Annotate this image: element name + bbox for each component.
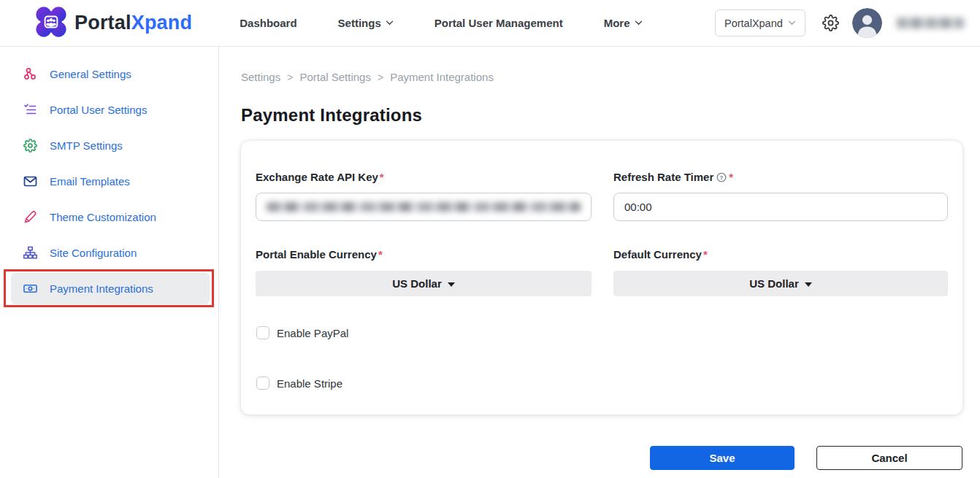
- breadcrumb-separator: >: [287, 72, 293, 83]
- settings-gear-icon[interactable]: [822, 15, 839, 32]
- default-currency-label: Default Currency*: [613, 248, 948, 261]
- caret-down-icon: [448, 282, 455, 287]
- sidebar-item-label: Theme Customization: [50, 211, 156, 223]
- enable-stripe-row: Enable Stripe: [256, 377, 948, 390]
- api-key-value-redacted: [267, 202, 581, 212]
- enable-paypal-checkbox[interactable]: [256, 326, 269, 339]
- exchange-rate-api-key-label: Exchange Rate API Key*: [256, 171, 592, 183]
- payment-integrations-card: Exchange Rate API Key* Refresh Rate Time…: [241, 141, 962, 415]
- nav-portal-user-management[interactable]: Portal User Management: [435, 17, 563, 29]
- chevron-down-icon: [788, 20, 796, 26]
- svg-text:?: ?: [720, 174, 724, 180]
- sidebar-item-label: SMTP Settings: [50, 139, 123, 152]
- app-window: PortalXpand Dashboard Settings Portal Us…: [0, 0, 980, 478]
- refresh-rate-timer-input[interactable]: 00:00: [613, 193, 948, 221]
- enable-stripe-checkbox[interactable]: [256, 377, 269, 390]
- top-navbar: PortalXpand Dashboard Settings Portal Us…: [0, 0, 980, 47]
- pen-icon: [23, 210, 37, 224]
- breadcrumb-separator: >: [378, 72, 383, 83]
- breadcrumb-payment-integrations[interactable]: Payment Integrations: [390, 71, 494, 83]
- refresh-rate-timer-label: Refresh Rate Timer ? *: [613, 171, 948, 183]
- sidebar-item-payment-integrations[interactable]: Payment Integrations: [11, 273, 210, 304]
- brand-logo-icon: [35, 6, 67, 41]
- sidebar-item-label: Payment Integrations: [50, 282, 153, 295]
- breadcrumb-portal-settings[interactable]: Portal Settings: [299, 71, 371, 83]
- sidebar-item-label: Site Configuration: [50, 247, 137, 259]
- brand-name: PortalXpand: [74, 12, 192, 34]
- sidebar-item-site-configuration[interactable]: Site Configuration: [0, 235, 218, 271]
- default-currency-dropdown[interactable]: US Dollar: [613, 271, 948, 296]
- sidebar-item-smtp-settings[interactable]: SMTP Settings: [0, 128, 218, 163]
- sidebar-item-label: Email Templates: [50, 175, 130, 188]
- page-title: Payment Integrations: [241, 105, 962, 126]
- nav-settings[interactable]: Settings: [338, 17, 394, 29]
- save-button[interactable]: Save: [650, 446, 795, 470]
- sidebar-item-general-settings[interactable]: General Settings: [0, 56, 218, 92]
- sitemap-icon: [23, 246, 37, 260]
- help-circle-icon[interactable]: ?: [716, 172, 727, 182]
- envelope-icon: [23, 174, 37, 188]
- sidebar-item-email-templates[interactable]: Email Templates: [0, 163, 218, 199]
- portal-select[interactable]: PortalXpand: [715, 9, 805, 36]
- caret-down-icon: [805, 282, 812, 287]
- breadcrumb-settings[interactable]: Settings: [241, 71, 280, 83]
- chevron-down-icon: [635, 20, 643, 26]
- required-asterisk: *: [378, 248, 383, 261]
- money-bill-icon: [23, 282, 37, 296]
- user-name-redacted: [897, 18, 964, 28]
- portal-enable-currency-label: Portal Enable Currency*: [256, 248, 592, 261]
- form-actions: Save Cancel: [241, 446, 962, 470]
- sidebar-item-label: General Settings: [50, 68, 131, 80]
- user-avatar[interactable]: [852, 8, 882, 38]
- portal-enable-currency-dropdown[interactable]: US Dollar: [256, 271, 592, 296]
- topbar-right: PortalXpand: [715, 8, 964, 38]
- sidebar-item-theme-customization[interactable]: Theme Customization: [0, 199, 218, 235]
- enable-paypal-label: Enable PayPal: [277, 327, 348, 339]
- nav-more[interactable]: More: [604, 17, 643, 29]
- nav-dashboard[interactable]: Dashboard: [240, 17, 296, 29]
- cancel-button[interactable]: Cancel: [816, 446, 962, 470]
- required-asterisk: *: [729, 171, 733, 183]
- enable-stripe-label: Enable Stripe: [277, 377, 342, 390]
- chevron-down-icon: [386, 20, 394, 26]
- breadcrumb: Settings > Portal Settings > Payment Int…: [241, 71, 962, 83]
- main-nav: Dashboard Settings Portal User Managemen…: [240, 17, 642, 29]
- brand-logo[interactable]: PortalXpand: [35, 6, 192, 41]
- sidebar-item-portal-user-settings[interactable]: Portal User Settings: [0, 92, 218, 128]
- main-content: Settings > Portal Settings > Payment Int…: [219, 47, 980, 478]
- required-asterisk: *: [380, 171, 384, 183]
- share-nodes-icon: [23, 67, 37, 81]
- list-check-icon: [23, 103, 37, 117]
- exchange-rate-api-key-input[interactable]: [256, 193, 592, 221]
- sidebar: General Settings Portal User Settings: [0, 47, 219, 478]
- enable-paypal-row: Enable PayPal: [256, 326, 948, 339]
- sidebar-item-label: Portal User Settings: [50, 104, 147, 116]
- required-asterisk: *: [703, 248, 708, 261]
- gear-icon: [23, 139, 37, 153]
